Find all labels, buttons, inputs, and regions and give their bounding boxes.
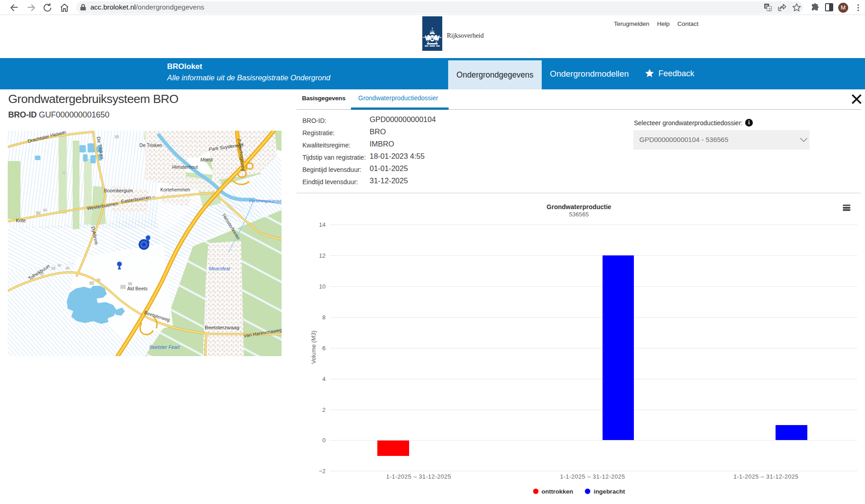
svg-text:Mearsfeat: Mearsfeat <box>209 266 231 271</box>
svg-text:Morrâ: Morrâ <box>200 157 213 162</box>
svg-text:Ald Beets: Ald Beets <box>127 286 148 291</box>
svg-text:Himsterhout: Himsterhout <box>172 164 198 170</box>
svg-text:De Trisken: De Trisken <box>139 142 162 148</box>
svg-text:Beetsterzwaag: Beetsterzwaag <box>205 325 239 330</box>
svg-text:Krite: Krite <box>16 218 26 223</box>
svg-text:Kortehemmen: Kortehemmen <box>160 187 190 192</box>
svg-text:文: 文 <box>768 7 771 11</box>
svg-text:Boornbergum: Boornbergum <box>104 188 133 193</box>
svg-text:Ferbiningskanaal: Ferbiningskanaal <box>249 198 282 203</box>
svg-text:Beetster Feart: Beetster Feart <box>149 344 180 350</box>
